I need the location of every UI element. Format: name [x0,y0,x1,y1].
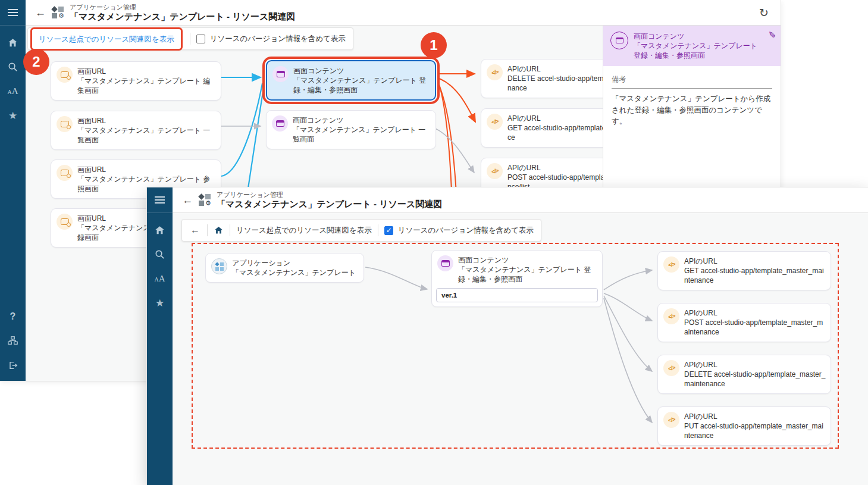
version-field[interactable]: ver.1 [436,288,598,302]
api-icon: </> [663,360,679,376]
annotation-badge-1: 1 [421,32,447,58]
page-title: 「マスタメンテナンス」テンプレート - リソース関連図 [70,11,295,21]
node-type: APIのURL [684,308,826,318]
app-management-icon: ⚙ [52,7,64,19]
screen-url-icon [57,165,73,181]
inset-toolbar: ← リソース起点でのリソース関連図を表示 リソースのバージョン情報を含めて表示 [181,219,541,242]
screen-url-icon [57,67,73,83]
font-size-icon: AA [7,86,18,96]
search-icon [154,249,165,260]
inset-header: ← ⚙ アプリケーション管理 「マスタメンテナンス」テンプレート - リソース関… [173,187,868,213]
node-api-get[interactable]: </> APIのURLGET accel-studio-app/template… [657,251,831,290]
back-icon[interactable]: ← [35,7,46,19]
sidebar-item-search[interactable] [0,55,26,79]
resource-origin-link[interactable]: リソース起点でのリソース関連図を表示 [236,226,372,236]
node-type: 画面URL [77,67,216,76]
breadcrumb: アプリケーション管理 [217,191,442,199]
logout-icon [7,360,18,371]
main-toolbar: リソース起点でのリソース関連図を表示 リソースのバージョン情報を含めて表示 [27,27,353,50]
node-screen-content-versioned[interactable]: 画面コンテンツ「マスタメンテナンス」テンプレート 登録・編集・参照画面 ver.… [431,250,603,307]
api-icon: </> [487,114,503,130]
version-info-checkbox-label: リソースのバージョン情報を含めて表示 [398,226,534,236]
menu-icon[interactable] [0,0,26,26]
node-name: 「マスタメンテナンス」テンプレート 一覧画面 [293,125,431,144]
version-info-checkbox-label: リソースのバージョン情報を含めて表示 [210,34,346,44]
node-type: APIのURL [684,412,826,421]
api-icon: </> [663,412,679,428]
star-icon: ★ [8,109,17,122]
back-icon[interactable]: ← [190,225,200,236]
node-type: 画面コンテンツ [293,66,430,76]
screen-content-icon [437,255,453,271]
node-type: 画面URL [77,165,216,174]
node-type: 画面URL [77,116,216,126]
node-type: 画面コンテンツ [458,255,597,265]
sidebar-item-search[interactable] [147,242,173,267]
version-info-checkbox[interactable] [196,35,205,43]
application-icon [211,258,227,274]
node-type: APIのURL [684,360,826,370]
main-sidebar: AA ★ ? [0,0,26,381]
sidebar-item-home[interactable] [147,218,173,242]
screen-content-icon [272,115,288,132]
node-api-post[interactable]: </> APIのURLPOST accel-studio-app/templat… [657,303,831,342]
home-icon[interactable] [214,226,224,235]
screen-url-icon [57,214,73,230]
edit-pencil-icon[interactable]: ✎ [767,31,778,39]
sidebar-item-favorites[interactable]: ★ [0,104,26,128]
stage: AA ★ ? ← ⚙ アプリケーション管理 「マスタメンテナンス」テンプレー [0,0,868,485]
detail-type-label: 画面コンテンツ [634,32,763,41]
node-screen-content-main[interactable]: 画面コンテンツ「マスタメンテナンス」テンプレート 登録・編集・参照画面 [266,60,436,101]
breadcrumb: アプリケーション管理 [70,4,295,11]
sidebar-item-font-size[interactable]: AA [0,79,26,104]
detail-panel-header: 画面コンテンツ 「マスタメンテナンス」テンプレート 登録・編集・参照画面 ✎ [603,26,781,66]
annotation-box-2: リソース起点でのリソース関連図を表示 [30,27,183,51]
sidebar-item-sitemap[interactable] [0,328,26,353]
node-name: 「マスタメンテナンス」テンプレート 一覧画面 [77,126,216,145]
node-application[interactable]: アプリケーション「マスタメンテナンス」テンプレート [205,253,364,283]
node-name: DELETE accel-studio-app/template_master_… [684,370,826,389]
node-name: GET accel-studio-app/template_master_mai… [684,266,826,285]
sidebar-item-help[interactable]: ? [0,304,26,328]
node-name: 「マスタメンテナンス」テンプレート 登録・編集・参照画面 [458,265,597,284]
home-icon [154,225,165,236]
node-api-delete[interactable]: </> APIのURLDELETE accel-studio-app/templ… [657,355,831,394]
home-icon [7,37,18,48]
font-size-icon: AA [154,274,165,284]
detail-name: 「マスタメンテナンス」テンプレート 登録・編集・参照画面 [634,41,763,60]
version-info-checkbox[interactable] [384,226,393,235]
screen-url-icon [57,116,73,132]
back-icon[interactable]: ← [182,194,193,206]
screen-content-icon [610,32,628,49]
question-icon: ? [10,311,16,322]
node-screen-url-edit[interactable]: 画面URL「マスタメンテナンス」テンプレート 編集画面 [51,61,221,101]
sidebar-item-logout[interactable] [0,353,26,377]
app-management-icon: ⚙ [199,194,211,206]
api-icon: </> [487,64,503,80]
node-name: POST accel-studio-app/template_master_ma… [684,318,826,337]
api-icon: </> [663,308,679,324]
annotation-badge-2: 2 [23,49,49,75]
main-header: ← ⚙ アプリケーション管理 「マスタメンテナンス」テンプレート - リソース関… [26,0,781,26]
node-name: 「マスタメンテナンス」テンプレート 編集画面 [77,76,216,95]
sitemap-icon [7,336,18,346]
inset-sidebar: AA ★ [147,187,173,485]
node-type: 画面コンテンツ [293,115,431,125]
sidebar-item-font-size[interactable]: AA [147,267,173,291]
search-icon [7,61,18,73]
api-icon: </> [663,256,679,273]
menu-icon[interactable] [147,187,173,213]
api-icon: </> [487,163,503,179]
node-api-put[interactable]: </> APIのURLPUT accel-studio-app/template… [657,406,831,446]
node-screen-content-list[interactable]: 画面コンテンツ「マスタメンテナンス」テンプレート 一覧画面 [266,110,436,149]
page-title: 「マスタメンテナンス」テンプレート - リソース関連図 [217,199,442,209]
node-screen-url-list[interactable]: 画面URL「マスタメンテナンス」テンプレート 一覧画面 [51,111,221,150]
node-name: PUT accel-studio-app/template_master_mai… [684,421,826,440]
refresh-icon[interactable]: ↻ [759,6,769,20]
resource-origin-link[interactable]: リソース起点でのリソース関連図を表示 [39,35,174,43]
node-type: APIのURL [684,256,826,266]
node-name: 「マスタメンテナンス」テンプレート 登録・編集・参照画面 [293,76,430,95]
sidebar-item-home[interactable] [0,30,26,55]
sidebar-item-favorites[interactable]: ★ [147,291,173,315]
star-icon: ★ [155,297,164,309]
